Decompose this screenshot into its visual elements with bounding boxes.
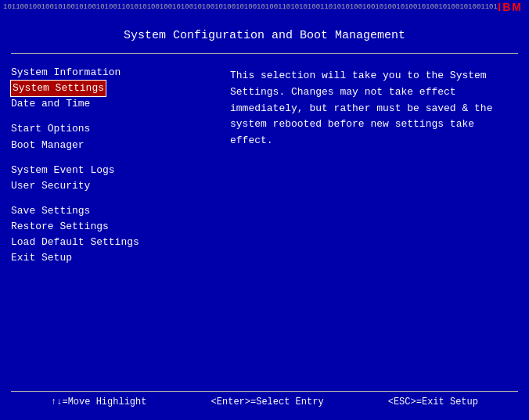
sidebar-item-system-settings[interactable]: System Settings xyxy=(11,81,106,96)
description-text: This selection will take you to the Syst… xyxy=(230,68,518,149)
sidebar-item-system-event-logs[interactable]: System Event Logs xyxy=(11,163,115,178)
menu-group-1: System Information System Settings Date … xyxy=(11,65,214,112)
left-column: System Information System Settings Date … xyxy=(11,65,214,386)
sidebar-item-start-options[interactable]: Start Options xyxy=(11,121,90,137)
ibm-logo: IBM xyxy=(498,1,529,13)
sidebar-item-date-and-time[interactable]: Date and Time xyxy=(11,96,90,112)
sidebar-item-restore-settings[interactable]: Restore Settings xyxy=(11,219,109,235)
hint-select-entry: <Enter>=Select Entry xyxy=(211,397,324,407)
sidebar-item-save-settings[interactable]: Save Settings xyxy=(11,203,90,219)
top-divider xyxy=(11,53,518,54)
title-section: System Configuration and Boot Management xyxy=(11,14,518,47)
page-title: System Configuration and Boot Management xyxy=(124,29,405,42)
sidebar-item-system-information[interactable]: System Information xyxy=(11,65,121,81)
bios-screen: 1011001001001010010100101001101010100100… xyxy=(0,0,529,420)
menu-group-3: System Event Logs User Security xyxy=(11,163,214,194)
top-bar-pattern: 1011001001001010010100101001101010100100… xyxy=(0,0,498,14)
sidebar-item-load-default-settings[interactable]: Load Default Settings xyxy=(11,235,139,250)
right-column: This selection will take you to the Syst… xyxy=(230,65,518,386)
bottom-section: ↑↓=Move Highlight <Enter>=Select Entry <… xyxy=(11,386,518,420)
sidebar-item-exit-setup[interactable]: Exit Setup xyxy=(11,250,72,266)
menu-group-4: Save Settings Restore Settings Load Defa… xyxy=(11,203,214,267)
main-content: System Configuration and Boot Management… xyxy=(0,14,529,420)
bottom-bar: ↑↓=Move Highlight <Enter>=Select Entry <… xyxy=(11,392,518,412)
sidebar-item-user-security[interactable]: User Security xyxy=(11,178,90,194)
hint-move-highlight: ↑↓=Move Highlight xyxy=(51,397,146,407)
top-bar: 1011001001001010010100101001101010100100… xyxy=(0,0,529,14)
sidebar-item-boot-manager[interactable]: Boot Manager xyxy=(11,138,85,153)
menu-group-2: Start Options Boot Manager xyxy=(11,121,214,153)
hint-exit-setup: <ESC>=Exit Setup xyxy=(388,397,478,407)
columns: System Information System Settings Date … xyxy=(11,65,518,386)
